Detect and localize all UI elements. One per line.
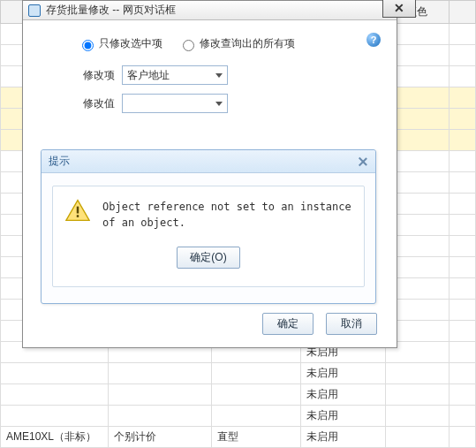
modify-value-label: 修改值 [42,96,122,111]
svg-rect-1 [77,207,79,214]
table-cell [1,406,109,427]
dialog-window-close-button[interactable]: ✕ [382,0,416,18]
table-cell: 未启用 [301,384,386,406]
modify-value-dropdown[interactable] [122,94,228,113]
table-row[interactable]: 未启用 [1,363,476,384]
table-cell [386,427,449,448]
radio-modify-selected[interactable]: 只修改选中项 [78,37,166,49]
table-cell [449,194,476,215]
table-cell: 未启用 [301,406,386,427]
table-cell [108,384,211,406]
table-cell [1,384,109,406]
table-row[interactable]: 未启用 [1,384,476,406]
table-cell [449,278,476,300]
table-cell [449,130,476,151]
table-cell: 未启用 [301,363,386,384]
table-cell [449,427,476,448]
table-cell [449,45,476,66]
batch-modify-dialog: ✕ 存货批量修改 -- 网页对话框 ? 只修改选中项 修改查询出的所有项 修改项… [22,0,397,348]
help-icon[interactable]: ? [366,33,381,47]
table-cell: 个别计价 [108,427,211,448]
close-icon: ✕ [394,1,404,15]
table-cell [211,406,301,427]
table-cell [449,257,476,278]
table-cell [211,363,301,384]
table-cell [449,384,476,406]
table-cell [449,363,476,384]
table-cell: AME10XL（非标） [1,427,109,448]
table-cell [211,384,301,406]
table-cell [449,342,476,363]
prompt-title: 提示 [49,154,70,169]
table-cell: 未启用 [301,427,386,448]
table-cell [449,215,476,236]
table-row[interactable]: 未启用 [1,406,476,427]
radio-modify-selected-input[interactable] [82,40,94,51]
table-cell [449,151,476,172]
modify-item-label: 修改项 [42,68,122,83]
table-cell [449,66,476,87]
app-icon [28,4,41,17]
error-message: Object reference not set to an instance … [102,199,351,231]
table-cell: 直型 [211,427,301,448]
prompt-ok-button[interactable]: 确定(O) [177,247,239,269]
table-row[interactable]: AME10XL（非标）个别计价直型未启用 [1,427,476,448]
radio-modify-all-input[interactable] [183,40,194,51]
table-cell [386,406,449,427]
modify-item-dropdown[interactable]: 客户地址 [122,65,228,85]
warning-icon [65,199,90,222]
cancel-button[interactable]: 取消 [326,313,377,335]
table-cell [449,24,476,45]
dialog-title: 存货批量修改 -- 网页对话框 [46,3,176,18]
table-cell [386,384,449,406]
dialog-titlebar: 存货批量修改 -- 网页对话框 [23,1,397,20]
table-cell [449,87,476,109]
table-cell [1,363,109,384]
table-cell [108,363,211,384]
svg-rect-2 [77,215,79,217]
prompt-close-icon[interactable] [358,156,368,167]
table-cell [108,406,211,427]
table-cell [449,321,476,342]
table-cell [449,406,476,427]
table-cell [449,109,476,130]
table-cell [449,236,476,257]
table-cell [386,363,449,384]
ok-button[interactable]: 确定 [262,313,314,335]
error-prompt-dialog: 提示 Object reference not set to an inst [41,149,376,304]
table-cell [449,300,476,321]
radio-modify-all[interactable]: 修改查询出的所有项 [178,37,295,49]
table-cell [449,172,476,194]
